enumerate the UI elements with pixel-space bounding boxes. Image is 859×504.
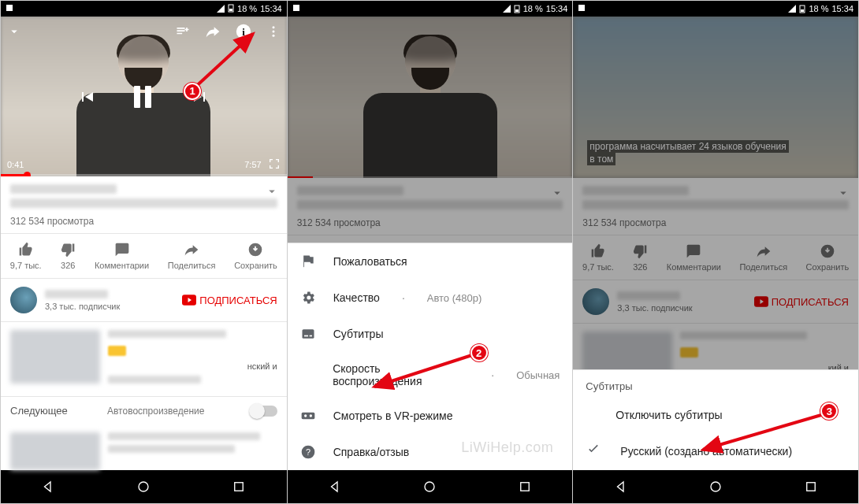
svg-point-25 [309,414,311,417]
action-bar: 9,7 тыс. 326 Комментарии Поделиться Сохр… [1,234,287,279]
svg-text:i: i [242,26,245,37]
add-to-playlist-icon[interactable] [175,24,191,43]
dislike-button[interactable]: 326 [60,242,76,270]
menu-report[interactable]: Пожаловаться [288,243,573,280]
nav-recents-icon[interactable] [799,480,823,494]
android-navbar [573,470,858,503]
battery-text: 18 % [237,4,257,13]
svg-rect-31 [578,5,585,11]
menu-help[interactable]: ?Справка/отзыв [288,434,573,470]
autoplay-toggle[interactable] [251,406,277,417]
title-placeholder-2 [10,198,277,208]
status-bar: 18 % 15:34 [573,1,858,17]
menu-quality[interactable]: Качество·Авто (480p) [288,280,573,316]
svg-rect-23 [301,413,314,419]
video-meta[interactable]: 312 534 просмотра [1,176,287,234]
menu-subtitles[interactable]: Субтитры [288,316,573,352]
nav-back-icon[interactable] [36,480,60,494]
fullscreen-icon[interactable] [268,158,281,172]
svg-rect-13 [235,483,244,491]
ad-badge [108,346,126,356]
svg-rect-17 [515,9,519,12]
svg-rect-3 [229,9,232,11]
collapse-icon[interactable] [7,24,21,42]
video-player[interactable]: i 0:41 7:57 1 [1,17,287,176]
share-icon[interactable] [205,24,221,43]
svg-rect-14 [293,5,299,11]
related-item-2[interactable] [1,424,287,470]
check-icon [586,442,603,460]
android-navbar [288,470,573,503]
subscribe-button[interactable]: ПОДПИСАТЬСЯ [182,295,277,306]
svg-point-8 [272,35,274,37]
info-icon[interactable]: i [235,23,252,43]
status-bar: 18 % 15:34 [288,1,573,17]
nav-recents-icon[interactable] [513,480,537,494]
svg-marker-15 [503,5,511,13]
svg-point-6 [272,26,274,28]
svg-rect-0 [6,5,13,11]
svg-point-24 [304,414,307,417]
svg-rect-39 [806,483,815,491]
channel-row[interactable]: 3,3 тыс. подписчик ПОДПИСАТЬСЯ [1,279,287,322]
duration-time: 7:57 [244,160,261,169]
channel-avatar-icon [10,287,37,313]
channel-name-placeholder [45,290,108,298]
related-item-1[interactable]: нский и [1,322,287,397]
elapsed-time: 0:41 [7,160,24,169]
svg-marker-32 [788,5,796,13]
clock-text: 15:34 [260,4,282,13]
nav-home-icon[interactable] [704,480,727,494]
view-count: 312 534 просмотра [10,216,277,227]
autoplay-label: Автовоспроизведение [107,406,204,417]
battery-icon [799,5,805,13]
battery-icon [514,5,520,13]
up-next-label: Следующее [10,405,68,417]
settings-sheet: Пожаловаться Качество·Авто (480p) Субтит… [288,243,573,470]
menu-vr[interactable]: Смотреть в VR-режиме [288,398,573,434]
subtitles-option-ru[interactable]: Русский (создано автоматически) [573,432,858,470]
battery-icon [228,4,234,13]
signal-icon [217,5,225,13]
nav-recents-icon[interactable] [227,480,251,494]
svg-marker-1 [217,5,225,13]
like-button[interactable]: 9,7 тыс. [10,242,42,270]
svg-rect-34 [801,9,804,12]
svg-point-29 [425,482,434,491]
svg-text:?: ? [306,447,311,457]
save-button[interactable]: Сохранить [234,242,277,270]
nav-home-icon[interactable] [418,480,441,494]
previous-icon[interactable] [71,81,102,113]
svg-rect-21 [304,335,308,337]
share-button[interactable]: Поделиться [168,242,216,270]
more-icon[interactable] [266,24,281,42]
subtitles-sheet-header: Субтитры [573,370,858,398]
menu-speed[interactable]: Скорость воспроизведения·Обычная [288,352,573,398]
svg-rect-30 [521,483,530,491]
svg-point-38 [711,482,720,491]
expand-description-icon[interactable] [265,184,279,202]
subscriber-count: 3,3 тыс. подписчик [45,302,120,311]
signal-icon [503,5,511,13]
nav-back-icon[interactable] [323,480,347,494]
annotation-badge-2: 2 [470,344,488,361]
nav-back-icon[interactable] [609,480,633,494]
status-bar: 18 % 15:34 [1,1,287,17]
nav-home-icon[interactable] [132,480,155,494]
up-next-row: Следующее Автовоспроизведение [1,397,287,424]
screenshot-step-2: 18 % 15:34 312 534 просмотра 9,7 тыс. 32… [287,1,573,503]
subtitles-sheet: Субтитры Отключить субтитры Русский (соз… [573,369,858,470]
subtitles-disable[interactable]: Отключить субтитры [573,398,858,432]
signal-icon [788,5,796,13]
annotation-badge-1: 1 [184,83,201,100]
screenshot-step-1: 18 % 15:34 i [1,1,287,503]
screenshot-step-3: 18 % 15:34 программа насчитывает 24 язык… [572,1,858,503]
svg-point-12 [139,482,148,491]
svg-point-7 [272,30,274,32]
svg-rect-20 [302,329,314,339]
svg-rect-22 [309,335,311,337]
android-navbar [1,470,287,503]
comments-button[interactable]: Комментарии [95,242,149,270]
title-placeholder [10,184,117,194]
pause-button[interactable] [128,81,159,113]
